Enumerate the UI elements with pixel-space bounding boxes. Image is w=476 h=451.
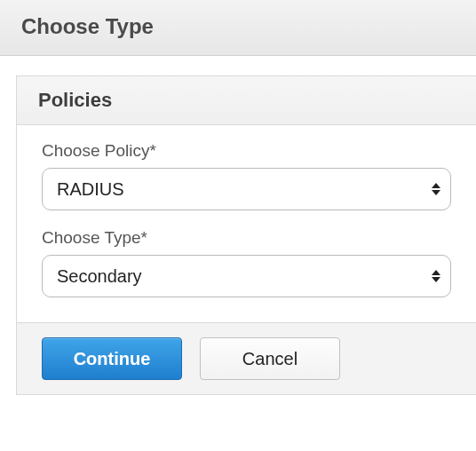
updown-icon [431, 180, 441, 198]
choose-policy-label: Choose Policy* [42, 141, 451, 161]
choose-policy-select[interactable]: RADIUS [42, 168, 451, 210]
choose-type-label: Choose Type* [42, 228, 451, 248]
panel-footer: Continue Cancel [17, 322, 476, 394]
panel-container: Policies Choose Policy* RADIUS Choose Ty… [0, 56, 476, 395]
panel-title: Policies [38, 89, 455, 112]
cancel-button[interactable]: Cancel [200, 337, 340, 380]
policies-panel: Policies Choose Policy* RADIUS Choose Ty… [16, 75, 476, 395]
continue-button[interactable]: Continue [42, 337, 182, 380]
choose-type-value: Secondary [57, 266, 142, 287]
field-choose-policy: Choose Policy* RADIUS [42, 141, 451, 210]
choose-type-select[interactable]: Secondary [42, 255, 451, 297]
panel-body: Choose Policy* RADIUS Choose Type* Secon… [17, 125, 476, 322]
dialog-header: Choose Type [0, 0, 476, 56]
dialog-title: Choose Type [21, 14, 458, 39]
panel-header: Policies [17, 76, 476, 125]
choose-policy-value: RADIUS [57, 179, 124, 200]
field-choose-type: Choose Type* Secondary [42, 228, 451, 297]
updown-icon [431, 267, 441, 285]
